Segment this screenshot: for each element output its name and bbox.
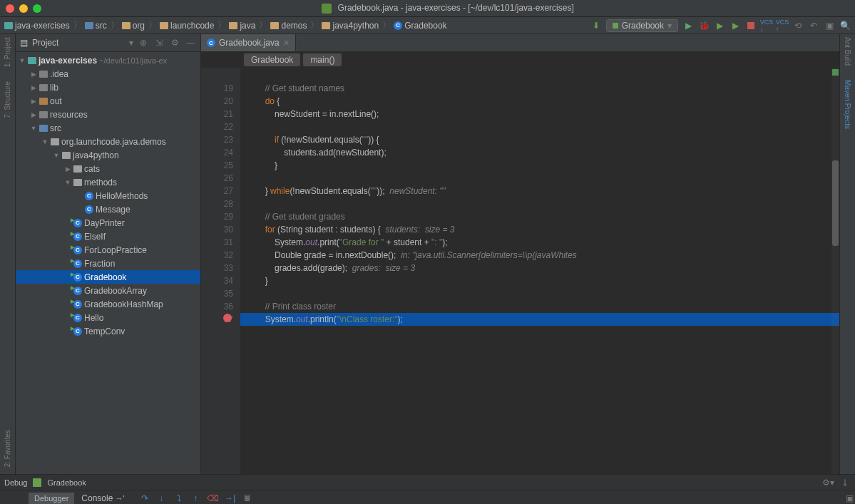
editor-scrollbar[interactable]	[831, 68, 839, 474]
breakpoint-icon[interactable]	[223, 314, 232, 322]
breadcrumb-src[interactable]: src〉	[85, 19, 121, 31]
profile-button[interactable]: ▶	[729, 20, 741, 31]
tree-item-gradebookarray[interactable]: C▶ GradebookArray	[16, 284, 200, 297]
crumb-class[interactable]: Gradebook	[244, 53, 300, 66]
maven-projects-tab[interactable]: Maven Projects	[844, 80, 851, 129]
search-everywhere-icon[interactable]: 🔍	[839, 20, 851, 31]
code-line-26[interactable]	[240, 172, 839, 185]
console-tab[interactable]: Console →'	[76, 492, 130, 505]
scroll-from-source-icon[interactable]: ⊕	[138, 37, 149, 48]
history-icon[interactable]: ⟲	[792, 20, 804, 31]
tree-item-forlooppractice[interactable]: C▶ ForLoopPractice	[16, 243, 200, 257]
tree-item-java4python[interactable]: ▼ java4python	[16, 148, 200, 162]
code-line-21[interactable]: newStudent = in.nextLine();	[240, 108, 839, 120]
tree-item-resources[interactable]: ▶ resources	[16, 108, 200, 121]
tree-item-src[interactable]: ▼ src	[16, 121, 200, 135]
code-line-37[interactable]: System.out.println("\nClass roster:");	[240, 313, 839, 326]
collapse-all-icon[interactable]: ⇲	[153, 37, 165, 48]
stop-button[interactable]	[745, 20, 757, 31]
hide-panel-icon[interactable]: —	[185, 37, 196, 48]
tree-item-message[interactable]: C Message	[16, 202, 200, 216]
tree-item-gradebook[interactable]: C▶ Gradebook	[16, 270, 200, 284]
tree-item-cats[interactable]: ▶ cats	[16, 162, 200, 175]
settings-gear-icon[interactable]: ⚙	[169, 37, 180, 48]
code-line-34[interactable]: }	[240, 274, 839, 287]
tree-item-hellomethods[interactable]: C HelloMethods	[16, 189, 200, 202]
vcs-commit-icon[interactable]: VCS↑	[777, 20, 788, 31]
debugger-tab[interactable]: Debugger	[29, 493, 74, 504]
code-line-20[interactable]: do {	[240, 95, 839, 108]
scrollbar-thumb[interactable]	[832, 160, 839, 246]
breadcrumb-java4python[interactable]: java4python〉	[322, 19, 392, 31]
code-line-33[interactable]: grades.add(grade); grades: size = 3	[240, 262, 839, 274]
debug-hide-icon[interactable]: ⤓	[839, 477, 851, 488]
drop-frame-icon[interactable]: ⌫	[208, 493, 219, 504]
crumb-method[interactable]: main()	[303, 53, 342, 66]
code-line-24[interactable]: students.add(newStudent);	[240, 146, 839, 159]
close-tab-icon[interactable]: ✕	[283, 38, 290, 48]
step-over-icon[interactable]: ↷	[139, 493, 150, 504]
editor-body[interactable]: 19202122232425262728293031323334353637 /…	[201, 68, 839, 474]
project-structure-icon[interactable]: ▣	[824, 20, 835, 31]
tree-item-gradebookhashmap[interactable]: C▶ GradebookHashMap	[16, 297, 200, 311]
structure-tool-tab[interactable]: 7: Structure	[4, 81, 11, 118]
run-config-selector[interactable]: Gradebook ▾	[606, 19, 678, 32]
step-out-icon[interactable]: ↑	[190, 493, 202, 504]
debug-settings-gear-icon[interactable]: ⚙▾	[822, 477, 834, 488]
force-step-into-icon[interactable]: ⤵	[173, 493, 185, 504]
vcs-update-icon[interactable]: VCS↓	[761, 20, 772, 31]
step-into-icon[interactable]: ↓	[156, 493, 168, 504]
code-line-27[interactable]: } while(!newStudent.equals("")); newStud…	[240, 185, 839, 197]
project-tree[interactable]: ▼ java-exercises ~/dev/lc101/java-ex▶ .i…	[16, 52, 200, 474]
breadcrumb-launchcode[interactable]: launchcode〉	[160, 19, 227, 31]
code-line-23[interactable]: if (!newStudent.equals("")) {	[240, 133, 839, 146]
window-zoom-button[interactable]	[33, 4, 41, 13]
project-tool-tab[interactable]: 1: Project	[4, 37, 11, 67]
code-line-35[interactable]	[240, 287, 839, 300]
project-panel-title[interactable]: Project	[32, 38, 125, 48]
breadcrumb-org[interactable]: org〉	[122, 19, 158, 31]
debug-button[interactable]: 🐞	[698, 20, 710, 31]
code-line-30[interactable]: for (String student : students) { studen…	[240, 223, 839, 236]
window-close-button[interactable]	[6, 4, 14, 13]
breadcrumb-demos[interactable]: demos〉	[270, 19, 320, 31]
tree-item-lib[interactable]: ▶ lib	[16, 81, 200, 94]
navigation-bar: java-exercises〉src〉org〉launchcode〉java〉d…	[0, 17, 855, 34]
coverage-button[interactable]: ▶	[714, 20, 725, 31]
window-minimize-button[interactable]	[19, 4, 28, 13]
project-view-dropdown-icon[interactable]: ▾	[129, 38, 133, 48]
code-line-36[interactable]: // Print class roster	[240, 300, 839, 313]
editor-breadcrumbs: Gradebook main()	[201, 52, 839, 68]
code-area[interactable]: // Get student names do { newStudent = i…	[240, 68, 839, 474]
run-to-cursor-icon[interactable]: →|	[225, 493, 236, 504]
revert-icon[interactable]: ↶	[808, 20, 819, 31]
tree-item-out[interactable]: ▶ out	[16, 94, 200, 108]
tree-item-dayprinter[interactable]: C▶ DayPrinter	[16, 216, 200, 230]
tree-root[interactable]: ▼ java-exercises ~/dev/lc101/java-ex	[16, 53, 200, 67]
breadcrumb-Gradebook[interactable]: CGradebook	[394, 21, 446, 31]
restore-layout-icon[interactable]: ▣	[844, 493, 855, 504]
tree-item-fraction[interactable]: C▶ Fraction	[16, 257, 200, 270]
ant-build-tab[interactable]: Ant Build	[844, 37, 851, 66]
line-number-gutter[interactable]: 19202122232425262728293031323334353637	[201, 68, 240, 474]
tree-item--idea[interactable]: ▶ .idea	[16, 67, 200, 81]
tree-item-elseif[interactable]: C▶ ElseIf	[16, 230, 200, 243]
breadcrumb-java-exercises[interactable]: java-exercises〉	[4, 19, 83, 31]
editor-tab-gradebook[interactable]: C Gradebook.java ✕	[201, 34, 296, 51]
code-line-31[interactable]: System.out.print("Grade for " + student …	[240, 236, 839, 249]
evaluate-expression-icon[interactable]: 🖩	[242, 493, 253, 504]
tree-item-hello[interactable]: C▶ Hello	[16, 311, 200, 324]
breadcrumb-java[interactable]: java〉	[229, 19, 269, 31]
code-line-22[interactable]	[240, 120, 839, 133]
favorites-tool-tab[interactable]: 2: Favorites	[4, 430, 11, 467]
code-line-19[interactable]: // Get student names	[240, 82, 839, 95]
run-button[interactable]: ▶	[682, 20, 694, 31]
tree-item-org-launchcode-java-demos[interactable]: ▼ org.launchcode.java.demos	[16, 135, 200, 148]
code-line-28[interactable]	[240, 197, 839, 210]
tree-item-methods[interactable]: ▼ methods	[16, 175, 200, 189]
code-line-25[interactable]: }	[240, 159, 839, 172]
build-icon[interactable]: ⬇	[590, 20, 602, 31]
code-line-32[interactable]: Double grade = in.nextDouble(); in: "jav…	[240, 249, 839, 262]
code-line-29[interactable]: // Get student grades	[240, 210, 839, 223]
tree-item-tempconv[interactable]: C▶ TempConv	[16, 324, 200, 338]
